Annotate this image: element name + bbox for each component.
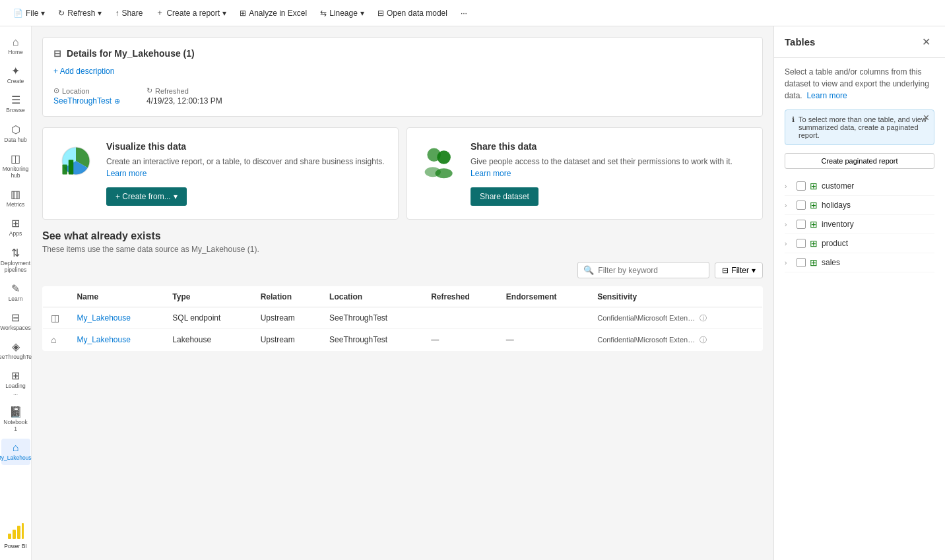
- open-data-model-button[interactable]: ⊟ Open data model: [372, 6, 453, 20]
- visualize-learn-more[interactable]: Learn more: [106, 169, 147, 178]
- sidebar-item-home[interactable]: ⌂ Home: [1, 33, 30, 59]
- location-label: ⊙ Location: [53, 86, 120, 95]
- refresh-icon: ↻: [58, 9, 65, 18]
- right-panel: Tables ✕ Select a table and/or columns f…: [773, 26, 945, 560]
- filter-button[interactable]: ⊟ Filter ▾: [715, 263, 763, 278]
- power-bi-logo: [7, 522, 25, 540]
- visualize-icon: [56, 141, 96, 181]
- refreshed-meta: ↻ Refreshed 4/19/23, 12:00:13 PM: [147, 86, 222, 106]
- right-panel-learn-more[interactable]: Learn more: [806, 91, 847, 100]
- sidebar-bottom: Power BI: [4, 522, 27, 555]
- details-card: ⊟ Details for My_Lakehouse (1) + Add des…: [42, 37, 763, 117]
- row-name-cell: My_Lakehouse: [69, 329, 165, 351]
- refresh-label: Refresh: [67, 9, 95, 18]
- svg-point-10: [436, 168, 453, 178]
- share-button[interactable]: ↑ Share: [110, 6, 148, 20]
- analyze-excel-label: Analyze in Excel: [249, 9, 307, 18]
- learn-icon: ✎: [11, 284, 20, 294]
- row-icon-cell: ◫: [43, 307, 69, 329]
- monitoring-icon: ◫: [11, 154, 20, 164]
- sidebar-item-seethrough[interactable]: ◈ SeeThroughTest: [1, 338, 30, 364]
- col-icon: [43, 287, 69, 307]
- sidebar-item-monitoring[interactable]: ◫ Monitoring hub: [1, 150, 30, 183]
- svg-rect-6: [69, 160, 73, 174]
- table-checkbox[interactable]: [797, 239, 806, 248]
- sidebar-label-notebook: Notebook 1: [3, 419, 27, 432]
- info-box: ℹ To select more than one table, and vie…: [785, 109, 934, 145]
- search-input[interactable]: [598, 266, 703, 275]
- sidebar-item-loading[interactable]: ⊞ Loading ...: [1, 367, 30, 400]
- create-report-label: Create a report: [166, 9, 220, 18]
- file-label: File: [26, 9, 38, 18]
- more-options-button[interactable]: ···: [455, 6, 472, 20]
- col-endorsement: Endorsement: [498, 287, 589, 307]
- loading-icon: ⊞: [11, 371, 20, 381]
- row-endorsement-cell: [498, 307, 589, 329]
- section-title: See what already exists: [42, 230, 763, 242]
- table-name-label: holidays: [822, 201, 851, 210]
- table-grid-icon: ⊞: [810, 200, 818, 210]
- details-title: Details for My_Lakehouse (1): [67, 48, 195, 59]
- table-name-label: product: [822, 239, 848, 248]
- refresh-button[interactable]: ↻ Refresh ▾: [53, 6, 107, 20]
- table-grid-icon: ⊞: [810, 257, 818, 268]
- file-button[interactable]: 📄 File ▾: [8, 6, 50, 20]
- table-list-item[interactable]: › ⊞ sales: [785, 253, 934, 272]
- right-panel-title: Tables: [785, 36, 815, 47]
- sidebar-item-learn[interactable]: ✎ Learn: [1, 280, 30, 306]
- col-sensitivity: Sensitivity: [589, 287, 762, 307]
- create-paginated-report-button[interactable]: Create paginated report: [785, 153, 934, 169]
- deployment-icon: ⇅: [11, 248, 20, 259]
- right-panel-header: Tables ✕: [774, 26, 945, 58]
- sidebar-label-workspaces: Workspaces: [0, 325, 31, 331]
- row-location-cell: SeeThroughTest: [321, 329, 423, 351]
- table-checkbox[interactable]: [797, 181, 806, 191]
- sensitivity-info-icon[interactable]: ⓘ: [700, 336, 707, 344]
- analyze-excel-button[interactable]: ⊞ Analyze in Excel: [234, 6, 312, 20]
- filter-chevron: ▾: [752, 266, 756, 275]
- sidebar-item-workspaces[interactable]: ⊟ Workspaces: [1, 309, 30, 335]
- table-grid-icon: ⊞: [810, 181, 818, 191]
- table-chevron-icon: ›: [785, 183, 793, 190]
- create-from-button[interactable]: + Create from... ▾: [106, 187, 187, 206]
- row-type-cell: SQL endpoint: [164, 307, 252, 329]
- sidebar-item-deployment[interactable]: ⇅ Deployment pipelines: [1, 244, 30, 277]
- table-list-item[interactable]: › ⊞ holidays: [785, 196, 934, 215]
- sidebar-item-datahub[interactable]: ⬡ Data hub: [1, 121, 30, 147]
- sidebar-item-notebook[interactable]: 📓 Notebook 1: [1, 403, 30, 436]
- sidebar-item-mylakehouse[interactable]: ⌂ My_Lakehouse: [1, 439, 30, 465]
- sidebar-item-browse[interactable]: ☰ Browse: [1, 91, 30, 117]
- right-panel-close-button[interactable]: ✕: [918, 34, 934, 49]
- sidebar-label-metrics: Metrics: [7, 201, 24, 208]
- share-dataset-button[interactable]: Share dataset: [471, 187, 538, 206]
- sensitivity-info-icon[interactable]: ⓘ: [700, 314, 707, 322]
- table-list-item[interactable]: › ⊞ product: [785, 234, 934, 253]
- file-icon: 📄: [13, 9, 23, 18]
- sidebar-label-loading: Loading ...: [4, 383, 28, 396]
- lineage-button[interactable]: ⇆ Lineage ▾: [315, 6, 370, 20]
- info-box-close-button[interactable]: ✕: [923, 113, 930, 123]
- location-link-icon: ⊕: [114, 97, 120, 106]
- share-learn-more[interactable]: Learn more: [471, 169, 511, 178]
- row-relation-cell: Upstream: [253, 307, 321, 329]
- location-value[interactable]: SeeThroughTest ⊕: [53, 96, 120, 106]
- datahub-icon: ⬡: [11, 125, 20, 135]
- svg-rect-0: [8, 534, 11, 539]
- table-name-label: inventory: [822, 220, 854, 229]
- create-report-button[interactable]: ＋ Create a report ▾: [150, 5, 232, 21]
- table-list-item[interactable]: › ⊞ inventory: [785, 215, 934, 234]
- sidebar-item-metrics[interactable]: ▥ Metrics: [1, 185, 30, 212]
- table-grid-icon: ⊞: [810, 238, 818, 249]
- sidebar-item-create[interactable]: ✦ Create: [1, 62, 30, 88]
- add-description-btn[interactable]: + Add description: [53, 67, 752, 76]
- sidebar-item-apps[interactable]: ⊞ Apps: [1, 214, 30, 241]
- table-checkbox[interactable]: [797, 220, 806, 229]
- table-checkbox[interactable]: [797, 201, 806, 210]
- powerbi-label: Power BI: [4, 543, 27, 549]
- table-chevron-icon: ›: [785, 259, 793, 266]
- lineage-label: Lineage: [329, 9, 358, 18]
- filter-row: 🔍 ⊟ Filter ▾: [42, 262, 763, 278]
- table-checkbox[interactable]: [797, 258, 806, 267]
- table-list-item[interactable]: › ⊞ customer: [785, 177, 934, 196]
- visualize-title: Visualize this data: [106, 141, 385, 152]
